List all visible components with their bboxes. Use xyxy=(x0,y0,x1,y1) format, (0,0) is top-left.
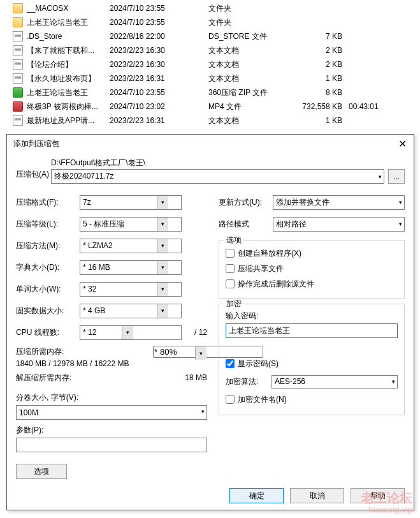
enc-alg-select[interactable] xyxy=(272,375,398,389)
file-icon xyxy=(13,115,23,126)
browse-button[interactable]: ... xyxy=(388,169,405,184)
pathmode-label: 路径模式 xyxy=(219,219,273,230)
file-icon xyxy=(13,73,23,84)
file-name: .DS_Store xyxy=(27,32,110,41)
password-input[interactable] xyxy=(226,323,398,338)
show-password-label: 显示密码(S) xyxy=(238,359,279,369)
help-button[interactable]: 帮助 xyxy=(351,488,405,503)
volume-input[interactable] xyxy=(16,405,207,420)
file-icon xyxy=(13,31,23,41)
file-name: 【永久地址发布页】 xyxy=(27,73,110,84)
pathmode-select[interactable] xyxy=(273,217,405,232)
file-type: 360压缩 ZIP 文件 xyxy=(208,87,294,98)
mem-compress-value: 1840 MB / 12978 MB / 16222 MB xyxy=(16,359,207,368)
add-to-archive-dialog: 添加到压缩包 ✕ 压缩包(A) D:\FFOutput\格式工厂\老王\ ▾ .… xyxy=(6,134,414,510)
encryption-group: 加密 输入密码: 显示密码(S) 加密算法: ▾ 加密文件名(N) xyxy=(219,304,405,415)
red-icon xyxy=(13,101,23,112)
level-select[interactable] xyxy=(80,217,182,232)
mem-decompress-label: 解压缩所需内存: xyxy=(16,373,185,383)
shared-label: 压缩共享文件 xyxy=(238,263,284,274)
file-row[interactable]: __MACOSX2024/7/10 23:55文件夹 xyxy=(0,1,420,15)
dict-label: 字典大小(D): xyxy=(16,262,80,273)
word-select[interactable] xyxy=(80,282,182,297)
file-type: 文本文档 xyxy=(208,45,294,56)
volume-label: 分卷大小, 字节(V): xyxy=(16,392,207,403)
enc-names-checkbox[interactable] xyxy=(226,395,235,404)
file-duration: 00:43:01 xyxy=(349,102,400,111)
file-date: 2024/7/10 23:55 xyxy=(110,4,208,13)
options-button[interactable]: 选项 xyxy=(16,464,67,479)
file-type: 文本文档 xyxy=(208,73,294,84)
file-row[interactable]: 终极3P 被两根肉棒...2024/7/10 23:02MP4 文件732,55… xyxy=(0,100,420,114)
dialog-title: 添加到压缩包 xyxy=(13,138,59,149)
update-label: 更新方式(U): xyxy=(219,197,273,208)
close-icon[interactable]: ✕ xyxy=(396,137,409,150)
file-type: 文件夹 xyxy=(208,17,294,28)
file-date: 2023/2/23 16:31 xyxy=(110,116,208,125)
format-select[interactable] xyxy=(80,195,182,210)
file-name: 最新地址及APP请... xyxy=(27,115,110,126)
mem-compress-label: 压缩所需内存: xyxy=(16,346,153,357)
file-date: 2023/2/23 16:30 xyxy=(110,60,208,69)
file-date: 2022/8/16 22:00 xyxy=(110,32,208,41)
file-row[interactable]: 【来了就能下载和...2023/2/23 16:30文本文档2 KB xyxy=(0,43,420,57)
enc-names-label: 加密文件名(N) xyxy=(238,394,287,405)
file-row[interactable]: 上老王论坛当老王2024/7/10 23:55文件夹 xyxy=(0,15,420,29)
dialog-titlebar: 添加到压缩包 ✕ xyxy=(7,135,414,152)
file-type: 文本文档 xyxy=(208,59,294,70)
file-name: 上老王论坛当老王 xyxy=(27,87,110,98)
file-type: 文本文档 xyxy=(208,115,294,126)
solid-label: 固实数据大小: xyxy=(16,306,80,316)
file-list: __MACOSX2024/7/10 23:55文件夹上老王论坛当老王2024/7… xyxy=(0,0,420,131)
ok-button[interactable]: 确定 xyxy=(229,488,284,503)
options-group-title: 选项 xyxy=(224,235,244,246)
green-icon xyxy=(13,87,23,98)
folder-icon xyxy=(13,17,23,27)
method-select[interactable] xyxy=(80,239,182,253)
file-size: 2 KB xyxy=(294,60,349,69)
file-date: 2023/2/23 16:30 xyxy=(110,46,208,55)
solid-select[interactable] xyxy=(80,304,182,318)
file-icon xyxy=(13,45,23,56)
file-row[interactable]: 最新地址及APP请...2023/2/23 16:31文本文档1 KB xyxy=(0,114,420,128)
file-name: 上老王论坛当老王 xyxy=(27,17,110,28)
cpu-total: / 12 xyxy=(194,328,207,337)
file-size: 8 KB xyxy=(294,88,349,97)
show-password-checkbox[interactable] xyxy=(226,359,235,368)
file-date: 2024/7/10 23:55 xyxy=(110,88,208,97)
format-label: 压缩格式(F): xyxy=(16,197,80,208)
file-type: MP4 文件 xyxy=(208,101,294,112)
archive-path: D:\FFOutput\格式工厂\老王\ xyxy=(51,158,384,168)
file-name: 【论坛介绍】 xyxy=(27,59,110,70)
delete-checkbox[interactable] xyxy=(226,279,235,288)
sfx-label: 创建自释放程序(X) xyxy=(238,248,301,259)
file-size: 1 KB xyxy=(294,74,349,83)
cpu-select[interactable] xyxy=(80,325,182,340)
params-input[interactable] xyxy=(16,438,207,452)
delete-label: 操作完成后删除源文件 xyxy=(238,279,314,290)
file-name: 终极3P 被两根肉棒... xyxy=(27,101,110,112)
folder-icon xyxy=(13,3,23,13)
word-label: 单词大小(W): xyxy=(16,284,80,295)
sfx-checkbox[interactable] xyxy=(226,249,235,258)
dict-select[interactable] xyxy=(80,260,182,275)
file-name: __MACOSX xyxy=(27,4,110,13)
cpu-label: CPU 线程数: xyxy=(16,327,80,338)
update-select[interactable] xyxy=(273,195,405,210)
file-row[interactable]: 【永久地址发布页】2023/2/23 16:31文本文档1 KB xyxy=(0,71,420,85)
file-size: 7 KB xyxy=(294,32,349,41)
file-size: 2 KB xyxy=(294,46,349,55)
cancel-button[interactable]: 取消 xyxy=(290,488,344,503)
level-label: 压缩等级(L): xyxy=(16,219,80,230)
method-label: 压缩方法(M): xyxy=(16,241,80,251)
archive-file-input[interactable] xyxy=(51,169,384,184)
enc-alg-label: 加密算法: xyxy=(226,376,272,387)
file-row[interactable]: .DS_Store2022/8/16 22:00DS_STORE 文件7 KB xyxy=(0,29,420,43)
file-row[interactable]: 【论坛介绍】2023/2/23 16:30文本文档2 KB xyxy=(0,57,420,71)
file-icon xyxy=(13,59,23,70)
file-type: DS_STORE 文件 xyxy=(208,31,294,42)
shared-checkbox[interactable] xyxy=(226,264,235,273)
params-label: 参数(P): xyxy=(16,425,207,436)
file-row[interactable]: 上老王论坛当老王2024/7/10 23:55360压缩 ZIP 文件8 KB xyxy=(0,85,420,100)
password-label: 输入密码: xyxy=(226,311,398,322)
